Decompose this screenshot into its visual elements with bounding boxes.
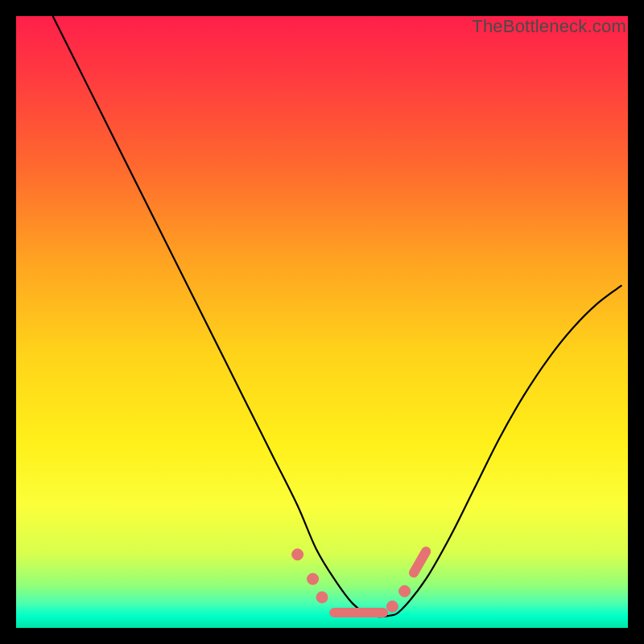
curve-layer [16, 16, 628, 628]
curve-marker-dot [399, 585, 411, 597]
curve-marker-dot [308, 573, 319, 584]
curve-marker-dot [316, 592, 328, 603]
chart-frame: TheBottleneck.com [0, 0, 644, 644]
marker-group [292, 549, 427, 613]
curve-marker-segment [414, 551, 426, 573]
curve-marker-dot [386, 601, 398, 612]
curve-marker-dot [292, 549, 303, 560]
bottleneck-curve [53, 16, 622, 617]
